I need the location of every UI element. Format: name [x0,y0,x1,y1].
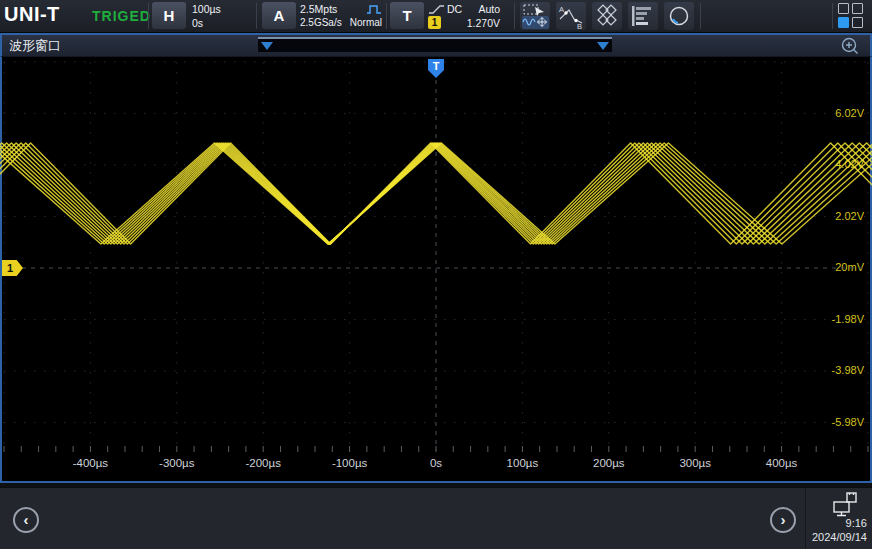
divider [514,3,515,29]
divider [256,3,257,29]
xy-display-button[interactable] [592,2,622,30]
top-toolbar: UNI-T TRIGED H 100µs 0s A 2.5Mpts 2.5GSa… [0,0,872,33]
time-label: 400µs [766,457,798,469]
acquire-mode: Normal [350,17,382,28]
pan-left-arrow-icon[interactable] [261,42,273,50]
time-axis-labels: -400µs-300µs-200µs-100µs0s100µs200µs300µ… [0,457,872,473]
pan-right-arrow-icon[interactable] [597,42,609,50]
window-layout-button[interactable] [838,3,863,28]
status-panel[interactable]: 9:16 2024/09/14 [806,488,872,549]
waveform-display[interactable] [0,57,872,455]
divider [148,3,149,29]
time-label: -200µs [245,457,280,469]
rising-edge-icon [428,3,445,15]
trigger-sweep-mode: Auto [478,3,500,15]
time-label: 100µs [507,457,539,469]
move-waveform-tool [522,16,549,29]
trigger-readout[interactable]: DC Auto 1 1.270V [428,2,500,29]
search-button[interactable] [664,2,694,30]
time-label: 200µs [593,457,625,469]
layout-square-icon [852,17,863,28]
trigger-coupling: DC [447,3,462,15]
divider [832,3,833,29]
diamonds-icon [594,3,620,29]
clock-time: 9:16 [787,517,867,529]
zoom-in-icon[interactable] [840,36,862,56]
cursor-measure-button[interactable]: A B [556,2,586,30]
time-label: 300µs [679,457,711,469]
divider [700,3,701,29]
trigger-menu-button[interactable]: T [390,2,424,29]
horizontal-menu-button[interactable]: H [152,2,186,29]
time-label: 0s [430,457,442,469]
timebase-scale: 100µs [192,2,252,15]
horizontal-readout[interactable]: 100µs 0s [192,2,252,29]
time-label: -400µs [73,457,108,469]
select-and-move-tool-button[interactable] [520,2,550,30]
layout-square-icon [852,3,863,14]
svg-text:A: A [559,5,564,14]
clock-date: 2024/09/14 [787,531,867,543]
acquire-readout[interactable]: 2.5Mpts 2.5GSa/s Normal [300,2,382,29]
time-label: -100µs [332,457,367,469]
horizontal-pan-bar[interactable] [258,37,612,52]
measure-list-button[interactable] [628,2,658,30]
brand-logo: UNI-T [4,3,60,26]
sample-rate: 2.5GSa/s [300,17,342,28]
trigger-level: 1.270V [467,17,500,29]
pc-usb-icon [832,492,860,517]
layout-square-icon [838,3,849,14]
timebase-position: 0s [192,16,252,29]
channel-bar: ‹ C1 2.00V 1MΩ FULL 1X 0.00V C2 [0,487,872,549]
move-waveform-icon [522,16,549,28]
divider [386,3,387,29]
pulse-icon [366,4,382,14]
trigger-status: TRIGED [92,8,151,24]
memory-depth: 2.5Mpts [300,3,337,15]
svg-text:B: B [577,22,582,29]
bars-list-icon [631,5,655,27]
acquire-menu-button[interactable]: A [262,2,296,29]
time-label: -300µs [159,457,194,469]
scroll-left-button[interactable]: ‹ [13,507,39,533]
search-circle-icon [667,4,691,28]
trigger-source-badge: 1 [428,16,441,29]
window-title: 波形窗口 [9,37,61,55]
selection-box-icon [523,4,547,16]
layout-square-active-icon [838,17,849,28]
cursor-ab-icon: A B [558,4,584,29]
